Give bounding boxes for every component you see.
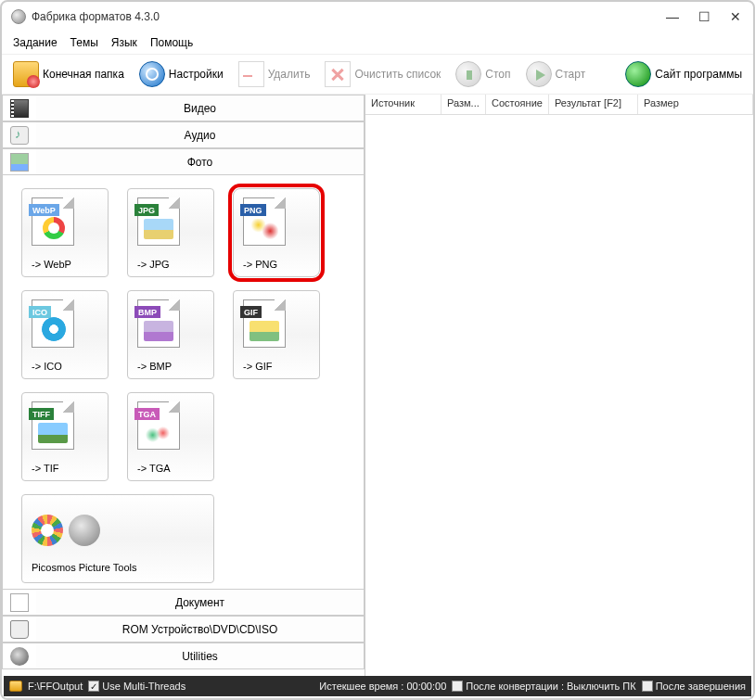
webp-icon [43,217,65,239]
toolbar: Конечная папка Настройки Удалить Очистит… [2,54,753,95]
menu-themes[interactable]: Темы [70,36,98,49]
globe-icon [625,61,651,87]
bmp-icon [144,321,173,341]
format-ico[interactable]: ICO -> ICO [21,290,109,379]
picosmos-icon [32,515,63,546]
column-headers: Источник Разм... Состояние Результат [F2… [365,95,753,115]
format-picosmos[interactable]: Picosmos Picture Tools [21,494,214,583]
folder-icon[interactable] [9,681,22,692]
gif-icon [250,321,279,341]
folder-icon [13,61,39,87]
menu-bar: Задание Темы Язык Помощь [2,32,753,54]
audio-icon [10,126,29,145]
col-result[interactable]: Результат [F2] [549,95,638,114]
application-window: Фабрика форматов 4.3.0 — ☐ ✕ Задание Тем… [0,0,755,700]
stop-icon [455,61,481,87]
categories-panel: Видео Аудио Фото WebP -> WebP JPG -> JPG [2,95,365,676]
png-icon [250,219,279,239]
document-icon [10,593,29,612]
play-icon [526,61,552,87]
category-video[interactable]: Видео [2,95,365,121]
jpg-icon [144,219,173,239]
photo-icon [10,153,29,172]
file-list-panel: Источник Разм... Состояние Результат [F2… [365,95,753,676]
photo-formats-grid: WebP -> WebP JPG -> JPG PNG -> PNG ICO -… [2,175,365,589]
rom-icon [10,620,29,639]
format-gif[interactable]: GIF -> GIF [233,290,320,379]
video-icon [10,99,29,118]
category-audio[interactable]: Аудио [2,121,365,148]
format-bmp[interactable]: BMP -> BMP [127,290,214,379]
menu-language[interactable]: Язык [111,36,137,49]
format-png[interactable]: PNG -> PNG [233,188,320,277]
format-webp[interactable]: WebP -> WebP [21,188,109,277]
col-size[interactable]: Разм... [441,95,486,114]
main-body: Видео Аудио Фото WebP -> WebP JPG -> JPG [2,95,753,676]
menu-task[interactable]: Задание [13,36,58,49]
gear-icon [139,61,165,87]
format-jpg[interactable]: JPG -> JPG [127,188,214,277]
format-tga[interactable]: TGA -> TGA [127,392,214,481]
shutdown-checkbox[interactable]: После конвертации : Выключить ПК [452,681,635,692]
titlebar: Фабрика форматов 4.3.0 — ☐ ✕ [2,2,753,32]
category-photo[interactable]: Фото [2,148,365,175]
menu-help[interactable]: Помощь [150,36,193,49]
app-icon [11,9,26,24]
ico-icon [42,317,66,341]
col-state[interactable]: Состояние [486,95,549,114]
file-list-empty[interactable] [365,115,753,676]
minimize-button[interactable]: — [664,8,681,25]
category-utilities[interactable]: Utilities [2,643,365,669]
category-document[interactable]: Документ [2,589,365,616]
maximize-button[interactable]: ☐ [696,8,712,25]
elapsed-time: Истекшее время : 00:00:00 [319,681,446,692]
format-tif[interactable]: TIFF -> TIF [21,392,109,481]
close-button[interactable]: ✕ [727,8,744,25]
clear-icon [325,61,351,87]
category-rom[interactable]: ROM Устройство\DVD\CD\ISO [2,616,365,643]
tga-icon [144,423,173,443]
window-title: Фабрика форматов 4.3.0 [32,10,160,23]
output-path[interactable]: F:\FFOutput [28,681,83,692]
clear-list-button[interactable]: Очистить список [319,57,446,92]
delete-button[interactable]: Удалить [233,57,316,92]
output-folder-button[interactable]: Конечная папка [7,57,130,92]
delete-icon [238,61,264,87]
multithreads-checkbox[interactable]: ✓ Use Multi-Threads [88,681,186,692]
col-outsize[interactable]: Размер [638,95,753,114]
after-checkbox[interactable]: После завершения [642,681,746,692]
site-button[interactable]: Сайт программы [620,57,748,92]
start-button[interactable]: Старт [520,57,592,92]
col-source[interactable]: Источник [365,95,441,114]
utilities-icon [10,647,29,666]
stop-button[interactable]: Стоп [450,57,516,92]
tiff-icon [38,423,68,443]
status-bar: F:\FFOutput ✓ Use Multi-Threads Истекшее… [4,676,751,696]
settings-button[interactable]: Настройки [134,57,229,92]
gear-icon [69,515,100,546]
